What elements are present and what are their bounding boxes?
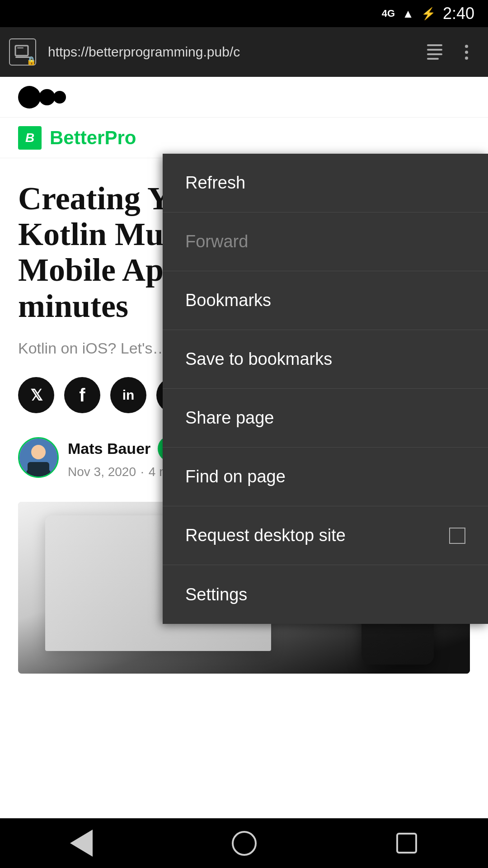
menu-item-share-page[interactable]: Share page: [163, 389, 488, 448]
recents-button[interactable]: [389, 825, 425, 861]
medium-dot-mid: [39, 89, 55, 105]
home-icon: [232, 831, 257, 856]
svg-rect-1: [17, 47, 23, 48]
svg-rect-0: [15, 46, 28, 56]
tabs-icon: [427, 44, 442, 60]
bp-logo-icon: B: [18, 126, 42, 150]
menu-item-bookmarks[interactable]: Bookmarks: [163, 271, 488, 330]
bp-title: BetterPro: [50, 127, 136, 149]
status-bar: 4G ▲ ⚡ 2:40: [0, 0, 488, 27]
medium-dot-small: [53, 91, 66, 104]
menu-item-forward-label: Forward: [185, 232, 248, 251]
tab-icon[interactable]: 🔒: [9, 38, 36, 66]
request-desktop-checkbox[interactable]: [449, 528, 465, 544]
menu-item-forward[interactable]: Forward: [163, 212, 488, 271]
publish-date: Nov 3, 2020: [68, 465, 136, 479]
medium-header: [0, 77, 488, 118]
clock: 2:40: [443, 4, 474, 23]
author-avatar: [18, 437, 59, 478]
signal-strength: 4G: [382, 8, 395, 19]
three-dots-icon: [465, 45, 468, 60]
page-content: B BetterPro Creating Y Kotlin Mu Mobile …: [0, 77, 488, 687]
bottom-nav: [0, 818, 488, 868]
signal-icon: ▲: [402, 7, 414, 21]
menu-item-share-page-label: Share page: [185, 408, 274, 428]
tabs-button[interactable]: [422, 40, 447, 65]
svg-rect-6: [28, 462, 49, 476]
menu-item-bookmarks-label: Bookmarks: [185, 291, 271, 310]
medium-dot-big: [18, 86, 41, 108]
facebook-icon: f: [79, 385, 85, 406]
url-bar[interactable]: [43, 38, 415, 66]
bp-title-start: Better: [50, 127, 104, 148]
svg-rect-2: [15, 57, 30, 58]
menu-item-settings-label: Settings: [185, 585, 247, 604]
separator: ·: [141, 465, 144, 479]
menu-item-find-on-page[interactable]: Find on page: [163, 448, 488, 506]
more-options-button[interactable]: [454, 40, 479, 65]
recents-icon: [396, 833, 417, 854]
context-menu: Refresh Forward Bookmarks Save to bookma…: [163, 154, 488, 624]
twitter-share-button[interactable]: 𝕏: [18, 377, 54, 413]
menu-item-save-bookmarks-label: Save to bookmarks: [185, 349, 332, 369]
menu-item-settings[interactable]: Settings: [163, 565, 488, 624]
linkedin-icon: in: [122, 387, 135, 403]
bp-title-end: Pro: [104, 127, 136, 148]
avatar-image: [19, 439, 57, 476]
menu-item-request-desktop-label: Request desktop site: [185, 526, 346, 545]
svg-point-4: [31, 445, 46, 459]
browser-toolbar: 🔒: [0, 27, 488, 77]
battery-icon: ⚡: [421, 7, 436, 21]
back-icon: [70, 830, 93, 857]
menu-item-refresh-label: Refresh: [185, 173, 245, 193]
medium-logo: [18, 86, 66, 108]
medium-dots: [18, 86, 66, 108]
back-button[interactable]: [63, 825, 99, 861]
menu-item-save-bookmarks[interactable]: Save to bookmarks: [163, 330, 488, 389]
menu-item-refresh[interactable]: Refresh: [163, 154, 488, 212]
menu-item-request-desktop[interactable]: Request desktop site: [163, 506, 488, 565]
linkedin-share-button[interactable]: in: [110, 377, 146, 413]
author-name: Mats Bauer: [68, 440, 150, 458]
bp-header: B BetterPro: [0, 118, 488, 158]
home-button[interactable]: [226, 825, 262, 861]
twitter-icon: 𝕏: [30, 386, 42, 404]
menu-item-find-on-page-label: Find on page: [185, 467, 286, 486]
facebook-share-button[interactable]: f: [64, 377, 100, 413]
